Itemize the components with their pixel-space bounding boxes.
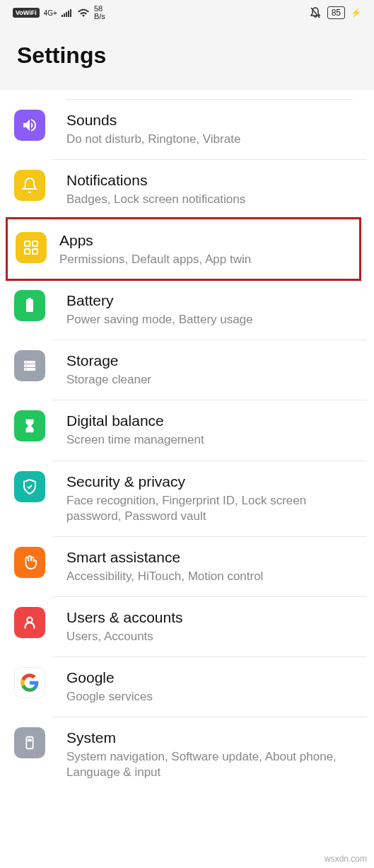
svg-rect-8 xyxy=(33,249,37,254)
svg-rect-16 xyxy=(26,737,33,749)
settings-item-sounds[interactable]: Sounds Do not disturb, Ringtone, Vibrate xyxy=(52,100,367,160)
settings-header: Settings xyxy=(0,25,374,90)
item-subtitle: Power saving mode, Battery usage xyxy=(66,312,353,328)
item-title: Users & accounts xyxy=(66,609,353,626)
signal-icon xyxy=(62,8,73,17)
settings-item-notifications[interactable]: Notifications Badges, Lock screen notifi… xyxy=(52,160,367,220)
settings-item-google[interactable]: Google Google services xyxy=(52,657,367,717)
status-left: VoWiFi 4G+ 58B/s xyxy=(13,5,105,21)
hand-icon xyxy=(14,547,45,578)
battery-icon xyxy=(14,290,45,321)
item-subtitle: Badges, Lock screen notifications xyxy=(66,192,353,207)
watermark: wsxdn.com xyxy=(325,854,367,864)
user-icon xyxy=(14,607,45,638)
bell-icon xyxy=(14,170,45,201)
item-subtitle: System navigation, Software update, Abou… xyxy=(66,749,353,780)
settings-item-smart-assistance[interactable]: Smart assistance Accessibility, HiTouch,… xyxy=(52,537,367,597)
settings-item-digital-balance[interactable]: Digital balance Screen time management xyxy=(52,400,367,461)
item-title: Battery xyxy=(66,292,353,309)
item-subtitle: Permissions, Default apps, App twin xyxy=(59,252,360,267)
charging-icon: ⚡ xyxy=(351,8,361,18)
item-subtitle: Accessibility, HiTouch, Motion control xyxy=(66,569,353,584)
svg-point-14 xyxy=(25,369,27,371)
settings-item-system[interactable]: System System navigation, Software updat… xyxy=(52,717,367,792)
settings-item-users-accounts[interactable]: Users & accounts Users, Accounts xyxy=(52,597,367,657)
partial-previous-row xyxy=(66,90,353,100)
page-title: Settings xyxy=(17,42,357,69)
item-title: Storage xyxy=(66,352,353,369)
item-subtitle: Do not disturb, Ringtone, Vibrate xyxy=(66,132,353,147)
item-subtitle: Storage cleaner xyxy=(66,372,353,388)
svg-rect-0 xyxy=(62,15,63,17)
settings-item-security-privacy[interactable]: Security & privacy Face recognition, Fin… xyxy=(52,461,367,537)
sound-icon xyxy=(14,110,45,141)
google-icon xyxy=(14,667,45,698)
settings-item-battery[interactable]: Battery Power saving mode, Battery usage xyxy=(52,280,367,340)
svg-rect-3 xyxy=(68,11,69,17)
item-subtitle: Screen time management xyxy=(66,432,353,448)
svg-point-12 xyxy=(25,362,27,364)
settings-item-apps[interactable]: Apps Permissions, Default apps, App twin xyxy=(0,220,374,279)
item-title: Digital balance xyxy=(66,412,353,429)
settings-list[interactable]: Sounds Do not disturb, Ringtone, Vibrate… xyxy=(0,100,374,792)
hourglass-icon xyxy=(14,410,45,441)
settings-item-storage[interactable]: Storage Storage cleaner xyxy=(52,340,367,400)
item-title: Sounds xyxy=(66,112,353,129)
item-title: Security & privacy xyxy=(66,473,353,490)
wifi-icon xyxy=(77,8,90,18)
apps-icon xyxy=(16,232,47,263)
item-title: Smart assistance xyxy=(66,549,353,566)
svg-rect-1 xyxy=(64,13,65,17)
battery-indicator: 85 xyxy=(327,6,345,19)
svg-rect-5 xyxy=(25,241,30,246)
shield-icon xyxy=(14,471,45,502)
item-title: System xyxy=(66,729,353,746)
status-right: 85 ⚡ xyxy=(309,6,361,19)
svg-point-13 xyxy=(25,366,27,367)
svg-rect-2 xyxy=(66,12,67,17)
speed-indicator: 58B/s xyxy=(94,5,105,21)
item-title: Apps xyxy=(59,232,360,249)
svg-rect-7 xyxy=(25,249,30,254)
item-subtitle: Users, Accounts xyxy=(66,629,353,644)
storage-icon xyxy=(14,350,45,381)
item-title: Google xyxy=(66,669,353,686)
item-title: Notifications xyxy=(66,172,353,189)
item-subtitle: Google services xyxy=(66,689,353,705)
svg-rect-4 xyxy=(70,9,71,17)
svg-rect-17 xyxy=(28,739,31,741)
system-icon xyxy=(14,727,45,758)
mute-icon xyxy=(309,6,322,19)
network-indicator: 4G+ xyxy=(44,9,57,17)
vowifi-badge: VoWiFi xyxy=(13,8,40,18)
svg-rect-6 xyxy=(33,241,37,246)
item-subtitle: Face recognition, Fingerprint ID, Lock s… xyxy=(66,493,353,524)
status-bar: VoWiFi 4G+ 58B/s 85 ⚡ xyxy=(0,0,374,25)
